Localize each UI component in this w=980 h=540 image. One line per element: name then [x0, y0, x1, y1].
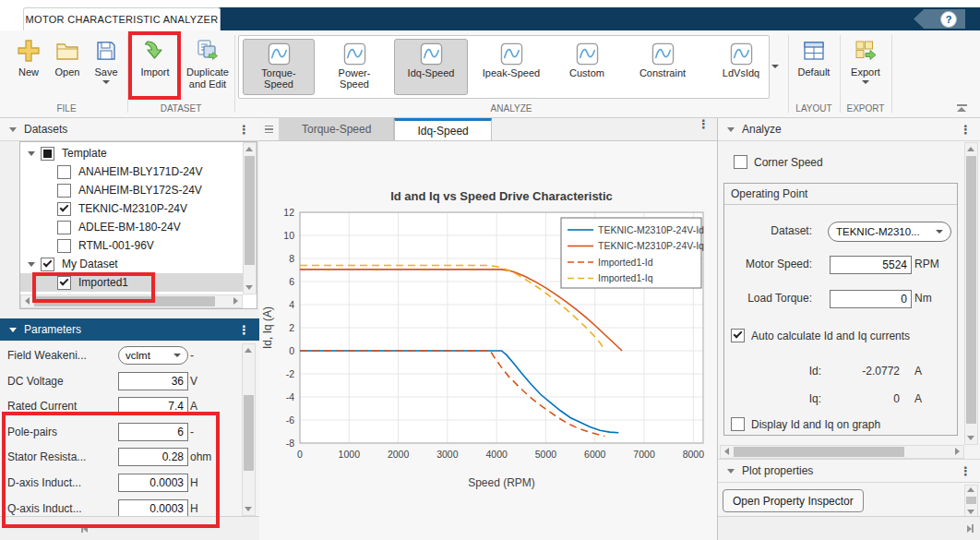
expand-panel-right-icon[interactable]	[967, 524, 974, 533]
analyze-hscrollbar[interactable]	[720, 445, 964, 459]
datasets-vscrollbar[interactable]	[243, 142, 257, 294]
save-dropdown-icon[interactable]	[102, 80, 110, 84]
display-graph-row[interactable]: Display Id and Iq on graph	[731, 417, 880, 431]
scroll-down-icon[interactable]	[967, 436, 974, 440]
datasets-panel-header[interactable]: Datasets ⋮	[0, 118, 259, 141]
plot-properties-menu-icon[interactable]: ⋮	[960, 465, 972, 477]
imported1-checkbox[interactable]	[57, 276, 71, 290]
plot-properties-vscrollbar[interactable]	[964, 485, 978, 517]
gallery-item-ldvsidq[interactable]: LdVsIdq	[706, 39, 776, 95]
scrollbar-thumb[interactable]	[966, 156, 976, 424]
scroll-left-icon[interactable]	[724, 448, 729, 455]
x-tick-label: 2000	[388, 449, 410, 460]
scroll-down-icon[interactable]	[967, 510, 974, 514]
operating-dataset-dropdown[interactable]: TEKNIC-M2310...	[828, 222, 951, 242]
motor-speed-input[interactable]: 5524	[830, 256, 912, 274]
document-bar-grip-icon[interactable]	[259, 118, 280, 140]
dropdown-arrow-icon	[936, 230, 943, 234]
export-dropdown-icon[interactable]	[862, 80, 869, 84]
dataset-checkbox[interactable]	[57, 202, 71, 216]
tree-item-anaheim-bly171d[interactable]: ANAHEIM-BLY171D-24V	[20, 162, 243, 181]
app-toolstrip-tab[interactable]: MOTOR CHARACTERISTIC ANALYZER	[23, 7, 221, 30]
corner-speed-checkbox[interactable]	[734, 155, 747, 169]
scroll-right-icon[interactable]	[955, 448, 960, 455]
dc-voltage-input[interactable]: 36	[118, 372, 188, 390]
analyze-collapse-icon[interactable]	[727, 127, 735, 132]
scrollbar-thumb[interactable]	[734, 447, 904, 457]
gallery-item-constraint[interactable]: Constraint	[623, 39, 702, 95]
gallery-item-ipeak-speed[interactable]: Ipeak-Speed	[472, 39, 551, 95]
auto-calc-row[interactable]: Auto calculate Id and Iq currents	[731, 329, 910, 342]
display-graph-checkbox[interactable]	[731, 417, 745, 431]
gallery-item-custom[interactable]: Custom	[555, 39, 619, 95]
scroll-up-icon[interactable]	[967, 487, 974, 492]
gallery-overflow-button[interactable]	[768, 58, 783, 75]
gallery-item-power-speed[interactable]: Power-Speed	[318, 39, 390, 95]
datasets-menu-icon[interactable]: ⋮	[238, 124, 250, 136]
tree-item-imported1[interactable]: Imported1	[20, 273, 243, 292]
scroll-up-icon[interactable]	[245, 147, 253, 151]
scroll-down-icon[interactable]	[245, 507, 252, 511]
analyze-panel-header[interactable]: Analyze ⋮	[718, 118, 980, 141]
analyze-menu-icon[interactable]: ⋮	[960, 124, 972, 136]
scroll-down-icon[interactable]	[245, 285, 253, 290]
scroll-up-icon[interactable]	[245, 348, 252, 353]
q-axis-inductance-input[interactable]: 0.0003	[118, 499, 188, 517]
collapse-toolstrip-button[interactable]	[956, 104, 967, 112]
export-button[interactable]: Export	[843, 36, 888, 97]
open-button[interactable]: Open	[46, 36, 89, 97]
scroll-right-icon[interactable]	[233, 297, 238, 305]
open-property-inspector-button[interactable]: Open Property Inspector	[723, 489, 864, 512]
d-axis-inductance-input[interactable]: 0.0003	[118, 474, 188, 492]
tree-group-my-dataset[interactable]: My Dataset	[20, 255, 243, 273]
datasets-collapse-icon[interactable]	[9, 127, 17, 132]
gallery-item-torque-speed[interactable]: Torque-Speed	[243, 39, 315, 95]
scrollbar-thumb[interactable]	[245, 156, 255, 265]
tab-torque-speed[interactable]: Torque-Speed	[280, 118, 394, 140]
datasets-hscrollbar[interactable]	[20, 294, 243, 308]
x-tick-label: 7000	[633, 449, 655, 460]
parameters-menu-icon[interactable]: ⋮	[238, 324, 250, 336]
collapse-panel-left-icon[interactable]	[81, 524, 88, 533]
tree-expander-icon[interactable]	[28, 262, 35, 267]
dataset-checkbox[interactable]	[57, 221, 71, 234]
scrollbar-thumb[interactable]	[966, 497, 976, 504]
plot-properties-collapse-icon[interactable]	[727, 469, 735, 474]
pole-pairs-input[interactable]: 6	[118, 423, 188, 441]
tab-idq-speed[interactable]: Idq-Speed	[394, 118, 491, 140]
tree-group-template[interactable]: Template	[20, 144, 243, 162]
tree-item-rtml-001[interactable]: RTML-001-96V	[20, 236, 243, 255]
scroll-up-icon[interactable]	[967, 147, 974, 151]
help-button[interactable]: ?	[914, 9, 965, 29]
plot-properties-header[interactable]: Plot properties ⋮	[718, 459, 980, 483]
new-button[interactable]: New	[7, 36, 50, 97]
my-dataset-checkbox[interactable]	[41, 258, 54, 271]
tree-item-adlee-bm-180[interactable]: ADLEE-BM-180-24V	[20, 218, 243, 236]
tree-item-anaheim-bly172s[interactable]: ANAHEIM-BLY172S-24V	[20, 181, 243, 199]
dataset-checkbox[interactable]	[57, 165, 71, 179]
document-menu-icon[interactable]: ⋮	[698, 118, 710, 140]
scroll-left-icon[interactable]	[25, 297, 30, 305]
parameters-collapse-icon[interactable]	[9, 328, 17, 332]
save-button[interactable]: Save	[85, 36, 127, 97]
scrollbar-thumb[interactable]	[244, 395, 254, 471]
tree-item-teknic-m2310p[interactable]: TEKNIC-M2310P-24V	[20, 199, 243, 218]
load-torque-input[interactable]: 0	[830, 290, 912, 308]
stator-resistance-input[interactable]: 0.28	[118, 448, 188, 466]
template-checkbox[interactable]	[41, 147, 54, 161]
parameters-panel-header[interactable]: Parameters ⋮	[0, 318, 259, 341]
dataset-checkbox[interactable]	[57, 184, 71, 198]
rated-current-input[interactable]: 7.4	[118, 397, 188, 415]
dataset-checkbox[interactable]	[57, 239, 71, 253]
field-weakening-dropdown[interactable]: vclmt	[118, 346, 188, 365]
import-button[interactable]: Import	[131, 36, 179, 97]
tree-expander-icon[interactable]	[28, 151, 35, 156]
parameters-vscrollbar[interactable]	[242, 343, 256, 516]
default-layout-button[interactable]: Default	[792, 36, 836, 97]
corner-speed-row[interactable]: Corner Speed	[734, 155, 823, 169]
duplicate-and-edit-button[interactable]: Duplicate and Edit	[183, 36, 233, 97]
scrollbar-thumb[interactable]	[34, 296, 215, 306]
gallery-item-idq-speed[interactable]: Idq-Speed	[394, 39, 468, 95]
auto-calc-checkbox[interactable]	[731, 329, 745, 342]
analyze-vscrollbar[interactable]	[964, 142, 978, 445]
